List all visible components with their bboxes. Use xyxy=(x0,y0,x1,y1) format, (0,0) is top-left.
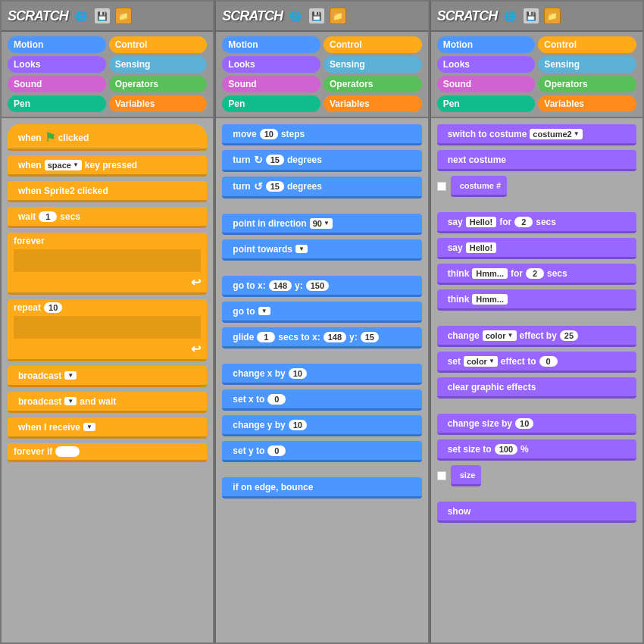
cat-control-2[interactable]: Control xyxy=(324,36,422,53)
save-icon-1[interactable]: 💾 xyxy=(94,8,111,24)
glide-secs[interactable]: 1 xyxy=(257,332,275,342)
block-think-for[interactable]: think Hmm... for 2 secs xyxy=(437,264,636,285)
globe-icon-1[interactable]: 🌐 xyxy=(73,8,89,24)
cat-pen-1[interactable]: Pen xyxy=(8,95,106,112)
turn-cw-input[interactable]: 15 xyxy=(266,155,284,165)
block-clear-effects[interactable]: clear graphic effects xyxy=(437,377,636,399)
repeat-input[interactable]: 10 xyxy=(44,302,62,313)
costume-dropdown[interactable]: costume2 xyxy=(530,129,582,139)
cat-control-3[interactable]: Control xyxy=(538,36,636,53)
set-size-input[interactable]: 100 xyxy=(495,444,517,455)
cat-looks-3[interactable]: Looks xyxy=(437,56,536,73)
cat-control-1[interactable]: Control xyxy=(109,36,208,53)
block-next-costume[interactable]: next costume xyxy=(437,150,636,171)
block-forever[interactable]: forever ↩ xyxy=(8,233,207,295)
block-when-flag-clicked[interactable]: when ⚑ clicked xyxy=(8,124,207,151)
save-icon-2[interactable]: 💾 xyxy=(308,8,325,24)
think-for-secs[interactable]: 2 xyxy=(526,268,544,279)
cat-pen-2[interactable]: Pen xyxy=(222,95,320,112)
set-y-input[interactable]: 0 xyxy=(267,445,286,456)
size-reporter[interactable]: size xyxy=(451,465,482,486)
forever-if-condition[interactable] xyxy=(55,446,79,457)
block-switch-costume[interactable]: switch to costume costume2 xyxy=(437,124,636,145)
go-to-dropdown[interactable] xyxy=(258,307,270,315)
block-think[interactable]: think Hmm... xyxy=(437,289,636,311)
globe-icon-3[interactable]: 🌐 xyxy=(502,8,518,24)
folder-icon-1[interactable]: 📁 xyxy=(115,8,132,24)
block-change-effect[interactable]: change color effect by 25 xyxy=(437,326,636,347)
change-effect-input[interactable]: 25 xyxy=(560,330,578,341)
glide-x[interactable]: 148 xyxy=(324,332,346,342)
block-repeat[interactable]: repeat 10 ↩ xyxy=(8,299,207,361)
block-forever-if[interactable]: forever if xyxy=(8,443,207,462)
effect-dropdown[interactable]: color xyxy=(483,330,517,341)
cat-variables-2[interactable]: Variables xyxy=(324,95,422,112)
block-set-x[interactable]: set x to 0 xyxy=(222,389,421,411)
set-effect-dropdown[interactable]: color xyxy=(464,356,498,367)
cat-operators-2[interactable]: Operators xyxy=(324,76,422,92)
cat-looks-2[interactable]: Looks xyxy=(222,56,320,73)
block-set-effect[interactable]: set color effect to 0 xyxy=(437,352,636,373)
block-glide[interactable]: glide 1 secs to x: 148 y: 15 xyxy=(222,327,421,349)
goto-x-input[interactable]: 148 xyxy=(269,280,292,291)
goto-y-input[interactable]: 150 xyxy=(306,280,329,291)
block-point-direction[interactable]: point in direction 90 xyxy=(222,214,421,235)
receive-dropdown[interactable] xyxy=(83,423,95,431)
block-costume-reporter[interactable]: costume # xyxy=(437,176,636,197)
cat-sound-2[interactable]: Sound xyxy=(222,76,320,92)
block-turn-cw[interactable]: turn ↻ 15 degrees xyxy=(222,150,421,172)
cat-motion-2[interactable]: Motion xyxy=(222,36,320,53)
block-wait[interactable]: wait 1 secs xyxy=(8,207,207,228)
cat-motion-1[interactable]: Motion xyxy=(8,36,106,53)
towards-dropdown[interactable] xyxy=(295,245,308,253)
cat-operators-3[interactable]: Operators xyxy=(538,76,636,92)
cat-motion-3[interactable]: Motion xyxy=(437,36,536,53)
change-x-input[interactable]: 10 xyxy=(289,368,307,379)
block-say-for[interactable]: say Hello! for 2 secs xyxy=(437,212,636,233)
change-size-input[interactable]: 10 xyxy=(515,418,533,429)
block-when-key-pressed[interactable]: when space key pressed xyxy=(8,155,207,177)
block-go-to[interactable]: go to xyxy=(222,302,421,323)
set-effect-input[interactable]: 0 xyxy=(539,356,558,367)
cat-looks-1[interactable]: Looks xyxy=(8,56,106,73)
block-if-on-edge[interactable]: if on edge, bounce xyxy=(222,477,421,499)
block-point-towards[interactable]: point towards xyxy=(222,239,421,261)
block-change-x[interactable]: change x by 10 xyxy=(222,364,421,385)
block-say[interactable]: say Hello! xyxy=(437,238,636,259)
block-go-to-xy[interactable]: go to x: 148 y: 150 xyxy=(222,276,421,297)
block-move[interactable]: move 10 steps xyxy=(222,124,421,145)
say-for-secs[interactable]: 2 xyxy=(514,217,533,227)
block-broadcast-wait[interactable]: broadcast and wait xyxy=(8,392,207,413)
cat-variables-1[interactable]: Variables xyxy=(109,95,208,112)
block-set-size[interactable]: set size to 100 % xyxy=(437,439,636,461)
costume-checkbox[interactable] xyxy=(437,182,446,191)
cat-sensing-3[interactable]: Sensing xyxy=(538,56,636,73)
change-y-input[interactable]: 10 xyxy=(289,420,307,430)
block-when-receive[interactable]: when I receive xyxy=(8,417,207,439)
cat-pen-3[interactable]: Pen xyxy=(437,95,536,112)
block-broadcast[interactable]: broadcast xyxy=(8,366,207,387)
wait-input[interactable]: 1 xyxy=(39,211,57,222)
block-set-y[interactable]: set y to 0 xyxy=(222,441,421,462)
think-for-text[interactable]: Hmm... xyxy=(472,268,508,279)
key-dropdown[interactable]: space xyxy=(45,160,82,170)
think-text[interactable]: Hmm... xyxy=(472,294,508,305)
block-when-sprite-clicked[interactable]: when Sprite2 clicked xyxy=(8,181,207,202)
cat-sensing-2[interactable]: Sensing xyxy=(324,56,422,73)
globe-icon-2[interactable]: 🌐 xyxy=(287,8,304,24)
say-text[interactable]: Hello! xyxy=(466,242,497,253)
glide-y[interactable]: 15 xyxy=(361,332,379,342)
say-for-text[interactable]: Hello! xyxy=(466,217,497,227)
cat-sound-3[interactable]: Sound xyxy=(437,76,536,92)
cat-sound-1[interactable]: Sound xyxy=(8,76,106,92)
move-input[interactable]: 10 xyxy=(260,129,278,139)
block-change-y[interactable]: change y by 10 xyxy=(222,415,421,436)
folder-icon-3[interactable]: 📁 xyxy=(544,8,561,24)
costume-reporter[interactable]: costume # xyxy=(451,176,507,197)
broadcast-dropdown[interactable] xyxy=(64,371,77,380)
block-turn-ccw[interactable]: turn ↺ 15 degrees xyxy=(222,177,421,199)
direction-dropdown[interactable]: 90 xyxy=(310,218,333,229)
block-show[interactable]: show xyxy=(437,502,636,523)
cat-operators-1[interactable]: Operators xyxy=(109,76,208,92)
turn-ccw-input[interactable]: 15 xyxy=(266,181,284,192)
